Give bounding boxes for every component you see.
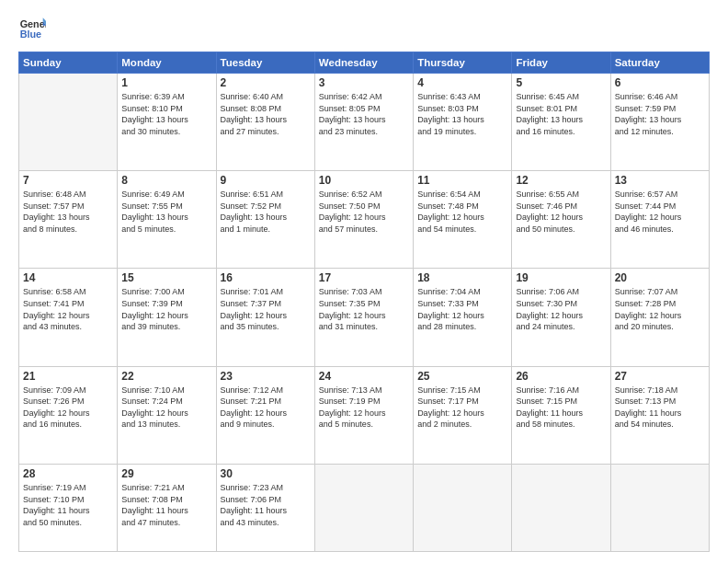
calendar-cell: 21Sunrise: 7:09 AMSunset: 7:26 PMDayligh… [19, 366, 118, 464]
day-number: 30 [221, 467, 311, 480]
day-number: 18 [417, 271, 507, 284]
cell-content: Sunrise: 6:54 AMSunset: 7:48 PMDaylight:… [417, 189, 507, 235]
calendar-cell: 6Sunrise: 6:46 AMSunset: 7:59 PMDaylight… [610, 74, 709, 171]
weekday-header: Saturday [610, 52, 709, 74]
day-number: 5 [516, 76, 606, 89]
header: General Blue [18, 15, 710, 42]
day-number: 1 [121, 76, 211, 89]
day-number: 23 [221, 370, 311, 383]
day-number: 4 [417, 76, 507, 89]
calendar-cell: 17Sunrise: 7:03 AMSunset: 7:35 PMDayligh… [314, 269, 413, 366]
calendar-cell: 26Sunrise: 7:16 AMSunset: 7:15 PMDayligh… [512, 366, 610, 464]
day-number: 24 [319, 370, 409, 383]
day-number: 13 [615, 174, 705, 187]
calendar-cell [314, 464, 413, 551]
cell-content: Sunrise: 6:42 AMSunset: 8:05 PMDaylight:… [319, 91, 409, 137]
day-number: 3 [319, 76, 409, 89]
day-number: 12 [516, 174, 606, 187]
cell-content: Sunrise: 7:01 AMSunset: 7:37 PMDaylight:… [221, 286, 311, 332]
calendar-cell: 16Sunrise: 7:01 AMSunset: 7:37 PMDayligh… [216, 269, 314, 366]
cell-content: Sunrise: 7:00 AMSunset: 7:39 PMDaylight:… [121, 286, 211, 332]
day-number: 17 [319, 271, 409, 284]
calendar-cell: 22Sunrise: 7:10 AMSunset: 7:24 PMDayligh… [118, 366, 216, 464]
day-number: 19 [516, 271, 606, 284]
cell-content: Sunrise: 6:49 AMSunset: 7:55 PMDaylight:… [121, 189, 211, 235]
day-number: 11 [417, 174, 507, 187]
cell-content: Sunrise: 6:57 AMSunset: 7:44 PMDaylight:… [615, 189, 705, 235]
cell-content: Sunrise: 7:04 AMSunset: 7:33 PMDaylight:… [417, 286, 507, 332]
day-number: 29 [121, 467, 211, 480]
cell-content: Sunrise: 7:09 AMSunset: 7:26 PMDaylight:… [23, 385, 113, 431]
calendar-cell: 30Sunrise: 7:23 AMSunset: 7:06 PMDayligh… [216, 464, 314, 551]
calendar-cell: 9Sunrise: 6:51 AMSunset: 7:52 PMDaylight… [216, 171, 314, 269]
day-number: 15 [121, 271, 211, 284]
cell-content: Sunrise: 6:46 AMSunset: 7:59 PMDaylight:… [615, 91, 705, 137]
day-number: 8 [121, 174, 211, 187]
cell-content: Sunrise: 7:03 AMSunset: 7:35 PMDaylight:… [319, 286, 409, 332]
calendar-cell: 8Sunrise: 6:49 AMSunset: 7:55 PMDaylight… [118, 171, 216, 269]
cell-content: Sunrise: 7:19 AMSunset: 7:10 PMDaylight:… [23, 482, 113, 528]
calendar-cell: 12Sunrise: 6:55 AMSunset: 7:46 PMDayligh… [512, 171, 610, 269]
cell-content: Sunrise: 7:07 AMSunset: 7:28 PMDaylight:… [615, 286, 705, 332]
svg-text:Blue: Blue [20, 29, 41, 40]
cell-content: Sunrise: 7:15 AMSunset: 7:17 PMDaylight:… [417, 385, 507, 431]
logo: General Blue [18, 15, 46, 42]
calendar-cell: 11Sunrise: 6:54 AMSunset: 7:48 PMDayligh… [414, 171, 512, 269]
cell-content: Sunrise: 6:55 AMSunset: 7:46 PMDaylight:… [516, 189, 606, 235]
calendar-cell: 18Sunrise: 7:04 AMSunset: 7:33 PMDayligh… [414, 269, 512, 366]
cell-content: Sunrise: 6:40 AMSunset: 8:08 PMDaylight:… [221, 91, 311, 137]
weekday-header: Friday [512, 52, 610, 74]
header-row: SundayMondayTuesdayWednesdayThursdayFrid… [19, 52, 710, 74]
cell-content: Sunrise: 7:21 AMSunset: 7:08 PMDaylight:… [121, 482, 211, 528]
cell-content: Sunrise: 6:43 AMSunset: 8:03 PMDaylight:… [417, 91, 507, 137]
calendar-cell: 2Sunrise: 6:40 AMSunset: 8:08 PMDaylight… [216, 74, 314, 171]
calendar-cell: 19Sunrise: 7:06 AMSunset: 7:30 PMDayligh… [512, 269, 610, 366]
calendar-cell: 1Sunrise: 6:39 AMSunset: 8:10 PMDaylight… [118, 74, 216, 171]
cell-content: Sunrise: 7:16 AMSunset: 7:15 PMDaylight:… [516, 385, 606, 431]
day-number: 28 [23, 467, 113, 480]
cell-content: Sunrise: 6:51 AMSunset: 7:52 PMDaylight:… [221, 189, 311, 235]
day-number: 9 [221, 174, 311, 187]
weekday-header: Sunday [19, 52, 118, 74]
day-number: 16 [221, 271, 311, 284]
day-number: 2 [221, 76, 311, 89]
cell-content: Sunrise: 7:12 AMSunset: 7:21 PMDaylight:… [221, 385, 311, 431]
cell-content: Sunrise: 7:06 AMSunset: 7:30 PMDaylight:… [516, 286, 606, 332]
calendar-cell: 3Sunrise: 6:42 AMSunset: 8:05 PMDaylight… [314, 74, 413, 171]
day-number: 27 [615, 370, 705, 383]
calendar-cell: 14Sunrise: 6:58 AMSunset: 7:41 PMDayligh… [19, 269, 118, 366]
calendar-cell [512, 464, 610, 551]
page: General Blue SundayMondayTuesdayWednesda… [0, 0, 728, 563]
day-number: 10 [319, 174, 409, 187]
cell-content: Sunrise: 6:39 AMSunset: 8:10 PMDaylight:… [121, 91, 211, 137]
calendar-cell [610, 464, 709, 551]
calendar-cell: 13Sunrise: 6:57 AMSunset: 7:44 PMDayligh… [610, 171, 709, 269]
calendar-week-row: 14Sunrise: 6:58 AMSunset: 7:41 PMDayligh… [19, 269, 710, 366]
day-number: 26 [516, 370, 606, 383]
day-number: 6 [615, 76, 705, 89]
cell-content: Sunrise: 7:23 AMSunset: 7:06 PMDaylight:… [221, 482, 311, 528]
cell-content: Sunrise: 6:58 AMSunset: 7:41 PMDaylight:… [23, 286, 113, 332]
calendar-week-row: 7Sunrise: 6:48 AMSunset: 7:57 PMDaylight… [19, 171, 710, 269]
cell-content: Sunrise: 7:10 AMSunset: 7:24 PMDaylight:… [121, 385, 211, 431]
weekday-header: Thursday [414, 52, 512, 74]
day-number: 21 [23, 370, 113, 383]
calendar-cell: 4Sunrise: 6:43 AMSunset: 8:03 PMDaylight… [414, 74, 512, 171]
weekday-header: Wednesday [314, 52, 413, 74]
calendar-week-row: 1Sunrise: 6:39 AMSunset: 8:10 PMDaylight… [19, 74, 710, 171]
calendar-cell: 15Sunrise: 7:00 AMSunset: 7:39 PMDayligh… [118, 269, 216, 366]
cell-content: Sunrise: 6:45 AMSunset: 8:01 PMDaylight:… [516, 91, 606, 137]
calendar-cell: 28Sunrise: 7:19 AMSunset: 7:10 PMDayligh… [19, 464, 118, 551]
calendar-cell: 7Sunrise: 6:48 AMSunset: 7:57 PMDaylight… [19, 171, 118, 269]
calendar-cell: 25Sunrise: 7:15 AMSunset: 7:17 PMDayligh… [414, 366, 512, 464]
calendar-cell: 20Sunrise: 7:07 AMSunset: 7:28 PMDayligh… [610, 269, 709, 366]
calendar-cell: 23Sunrise: 7:12 AMSunset: 7:21 PMDayligh… [216, 366, 314, 464]
day-number: 25 [417, 370, 507, 383]
cell-content: Sunrise: 7:13 AMSunset: 7:19 PMDaylight:… [319, 385, 409, 431]
weekday-header: Tuesday [216, 52, 314, 74]
calendar-week-row: 21Sunrise: 7:09 AMSunset: 7:26 PMDayligh… [19, 366, 710, 464]
weekday-header: Monday [118, 52, 216, 74]
calendar-cell: 29Sunrise: 7:21 AMSunset: 7:08 PMDayligh… [118, 464, 216, 551]
calendar-cell: 5Sunrise: 6:45 AMSunset: 8:01 PMDaylight… [512, 74, 610, 171]
cell-content: Sunrise: 7:18 AMSunset: 7:13 PMDaylight:… [615, 385, 705, 431]
